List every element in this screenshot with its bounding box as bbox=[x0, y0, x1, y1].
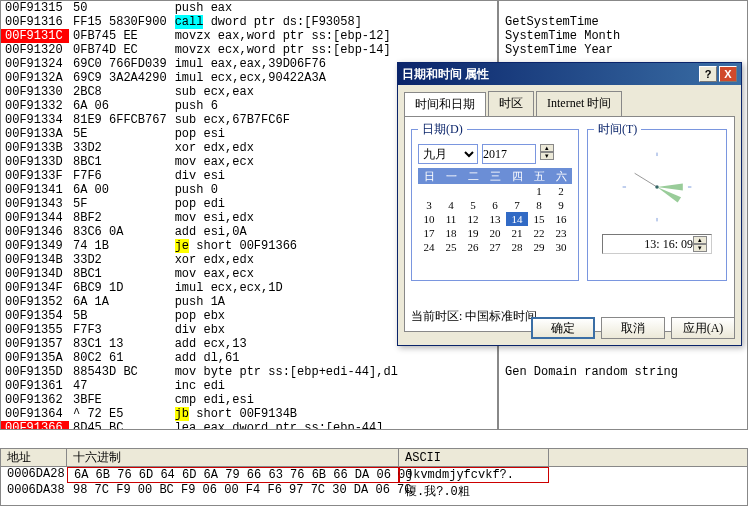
inst-cell[interactable]: inc edi bbox=[171, 379, 497, 393]
hex-cell[interactable]: ^ 72 E5 bbox=[69, 407, 171, 421]
addr-cell[interactable]: 00F91334 bbox=[1, 113, 69, 127]
comment-cell[interactable] bbox=[499, 393, 747, 407]
addr-cell[interactable]: 00F91357 bbox=[1, 337, 69, 351]
inst-cell[interactable]: add dl,61 bbox=[171, 351, 497, 365]
inst-cell[interactable]: cmp edi,esi bbox=[171, 393, 497, 407]
addr-cell[interactable]: 00F9135A bbox=[1, 351, 69, 365]
hex-cell[interactable]: 3BFE bbox=[69, 393, 171, 407]
apply-button[interactable]: 应用(A) bbox=[671, 317, 735, 339]
calendar-day[interactable]: 14 bbox=[506, 212, 528, 226]
calendar-day[interactable]: 6 bbox=[484, 198, 506, 212]
hex-cell[interactable]: 69C0 766FD039 bbox=[69, 57, 171, 71]
hex-cell[interactable]: 83C1 13 bbox=[69, 337, 171, 351]
calendar-day[interactable]: 27 bbox=[484, 240, 506, 254]
time-up[interactable]: ▴ bbox=[693, 236, 707, 244]
calendar-day[interactable]: 17 bbox=[418, 226, 440, 240]
addr-cell[interactable]: 00F91341 bbox=[1, 183, 69, 197]
hex-cell[interactable]: 80C2 61 bbox=[69, 351, 171, 365]
addr-cell[interactable]: 00F9134F bbox=[1, 281, 69, 295]
calendar-day[interactable]: 8 bbox=[528, 198, 550, 212]
inst-cell[interactable]: mov byte ptr ss:[ebp+edi-44],dl bbox=[171, 365, 497, 379]
addr-cell[interactable]: 00F9133B bbox=[1, 141, 69, 155]
calendar-day[interactable]: 26 bbox=[462, 240, 484, 254]
calendar-day[interactable]: 9 bbox=[550, 198, 572, 212]
addr-cell[interactable]: 00F9133F bbox=[1, 169, 69, 183]
addr-cell[interactable]: 00F9133D bbox=[1, 155, 69, 169]
tab-internet-time[interactable]: Internet 时间 bbox=[536, 91, 622, 116]
inst-cell[interactable]: call dword ptr ds:[F93058] bbox=[171, 15, 497, 29]
calendar-day[interactable]: 23 bbox=[550, 226, 572, 240]
hex-cell[interactable]: 5F bbox=[69, 197, 171, 211]
comment-cell[interactable]: SystemTime Year bbox=[499, 43, 747, 57]
year-up[interactable]: ▴ bbox=[540, 144, 554, 152]
hex-cell[interactable]: 88543D BC bbox=[69, 365, 171, 379]
comment-cell[interactable]: GetSystemTime bbox=[499, 15, 747, 29]
comment-cell[interactable]: SystemTime Month bbox=[499, 29, 747, 43]
addr-cell[interactable]: 00F9134D bbox=[1, 267, 69, 281]
tab-datetime[interactable]: 时间和日期 bbox=[404, 92, 486, 117]
addr-cell[interactable]: 00F9132A bbox=[1, 71, 69, 85]
calendar-day[interactable]: 22 bbox=[528, 226, 550, 240]
hex-cell[interactable]: 5E bbox=[69, 127, 171, 141]
hex-dump-panel[interactable]: 地址 十六进制 ASCII 0006DA28 6A 6B 76 6D 64 6D… bbox=[0, 448, 748, 506]
calendar-day[interactable]: 12 bbox=[462, 212, 484, 226]
addr-cell[interactable]: 00F91344 bbox=[1, 211, 69, 225]
hex-cell[interactable]: FF15 5830F900 bbox=[69, 15, 171, 29]
calendar-day[interactable]: 16 bbox=[550, 212, 572, 226]
hex-cell[interactable]: 74 1B bbox=[69, 239, 171, 253]
addr-cell[interactable]: 00F91330 bbox=[1, 85, 69, 99]
cancel-button[interactable]: 取消 bbox=[601, 317, 665, 339]
addr-cell[interactable]: 00F91355 bbox=[1, 323, 69, 337]
hex-cell[interactable]: 8BF2 bbox=[69, 211, 171, 225]
addr-cell[interactable]: 00F91320 bbox=[1, 43, 69, 57]
hex-cell[interactable]: 8BC1 bbox=[69, 267, 171, 281]
hex-cell[interactable]: F7F3 bbox=[69, 323, 171, 337]
calendar-day[interactable]: 2 bbox=[550, 184, 572, 198]
hex-cell[interactable]: 0FB74D EC bbox=[69, 43, 171, 57]
addr-cell[interactable]: 00F91362 bbox=[1, 393, 69, 407]
year-input[interactable] bbox=[482, 144, 536, 164]
hex-cell[interactable]: 6A 00 bbox=[69, 183, 171, 197]
calendar-day[interactable]: 20 bbox=[484, 226, 506, 240]
inst-cell[interactable]: movzx ecx,word ptr ss:[ebp-14] bbox=[171, 43, 497, 57]
addr-cell[interactable]: 00F91332 bbox=[1, 99, 69, 113]
close-button[interactable]: X bbox=[719, 66, 737, 82]
calendar-day[interactable]: 5 bbox=[462, 198, 484, 212]
calendar-day[interactable]: 15 bbox=[528, 212, 550, 226]
hex-cell[interactable]: F7F6 bbox=[69, 169, 171, 183]
hex-cell[interactable]: 81E9 6FFCB767 bbox=[69, 113, 171, 127]
calendar-day[interactable]: 19 bbox=[462, 226, 484, 240]
hex-cell[interactable]: 6A 06 bbox=[69, 99, 171, 113]
calendar-day[interactable]: 4 bbox=[440, 198, 462, 212]
hex-cell[interactable]: 5B bbox=[69, 309, 171, 323]
help-button[interactable]: ? bbox=[699, 66, 717, 82]
tab-timezone[interactable]: 时区 bbox=[488, 91, 534, 116]
addr-cell[interactable]: 00F9134B bbox=[1, 253, 69, 267]
year-down[interactable]: ▾ bbox=[540, 152, 554, 160]
addr-cell[interactable]: 00F91349 bbox=[1, 239, 69, 253]
time-input[interactable]: 13: 16: 09 ▴▾ bbox=[602, 234, 712, 254]
addr-cell[interactable]: 00F91316 bbox=[1, 15, 69, 29]
hex-cell[interactable]: 33D2 bbox=[69, 141, 171, 155]
time-down[interactable]: ▾ bbox=[693, 244, 707, 252]
inst-cell[interactable]: jb short 00F9134B bbox=[171, 407, 497, 421]
addr-cell[interactable]: 00F9131C bbox=[1, 29, 69, 43]
hex-cell[interactable]: 33D2 bbox=[69, 253, 171, 267]
dump-hex[interactable]: 98 7C F9 00 BC F9 06 00 F4 F6 97 7C 30 D… bbox=[67, 483, 399, 500]
inst-cell[interactable]: movzx eax,word ptr ss:[ebp-12] bbox=[171, 29, 497, 43]
comment-cell[interactable]: Gen Domain random string bbox=[499, 365, 747, 379]
comment-cell[interactable] bbox=[499, 379, 747, 393]
comment-cell[interactable] bbox=[499, 407, 747, 421]
hex-cell[interactable]: 0FB745 EE bbox=[69, 29, 171, 43]
addr-cell[interactable]: 00F91343 bbox=[1, 197, 69, 211]
comment-cell[interactable] bbox=[499, 351, 747, 365]
calendar-day[interactable]: 28 bbox=[506, 240, 528, 254]
addr-cell[interactable]: 00F91346 bbox=[1, 225, 69, 239]
calendar-day[interactable]: 21 bbox=[506, 226, 528, 240]
addr-cell[interactable]: 00F91364 bbox=[1, 407, 69, 421]
hex-cell[interactable]: 6A 1A bbox=[69, 295, 171, 309]
month-select[interactable]: 九月 bbox=[418, 144, 478, 164]
dialog-titlebar[interactable]: 日期和时间 属性 ? X bbox=[398, 63, 741, 85]
calendar-day[interactable]: 18 bbox=[440, 226, 462, 240]
calendar-day[interactable]: 7 bbox=[506, 198, 528, 212]
